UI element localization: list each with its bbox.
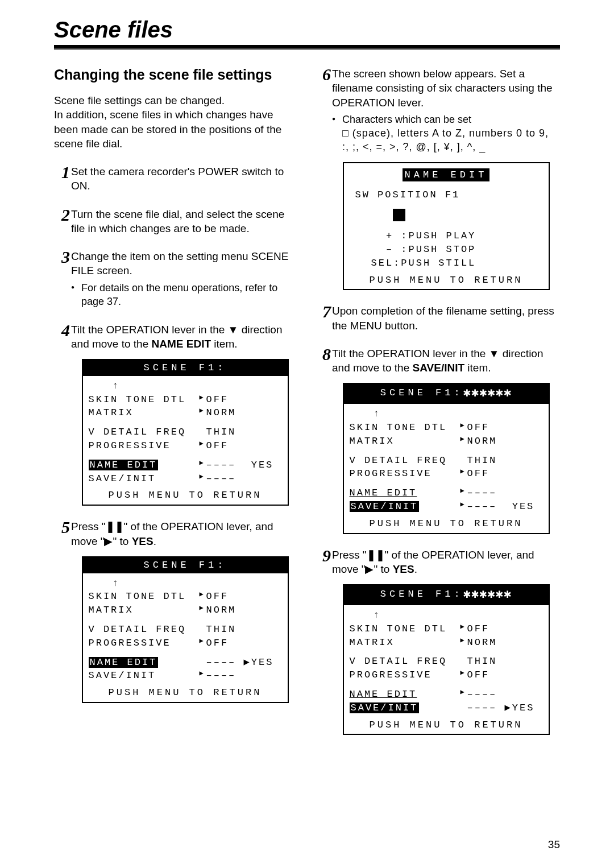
play-icon: ▶ [200, 406, 206, 420]
row-skin-tone: SKIN TONE DTL [350, 421, 460, 435]
step-3-text: Change the item on the setting menu SCEN… [71, 250, 288, 276]
row-progressive: PROGRESSIVE [350, 668, 460, 682]
section-heading: Changing the scene file settings [54, 67, 299, 83]
row-matrix: MATRIX [89, 604, 200, 617]
play-icon: ▶ [460, 467, 467, 481]
step-5-a: Press " [71, 520, 106, 532]
step-7: 7 Upon completion of the filename settin… [315, 304, 560, 333]
step-4: 4 Tilt the OPERATION lever in the ▼ dire… [54, 323, 299, 506]
val-thin: THIN [467, 454, 497, 468]
two-columns: Changing the scene file settings Scene f… [54, 63, 560, 749]
screen-a-header: SCENE F1: [83, 360, 288, 376]
screen-ne-body: NAME EDIT SW POSITION F1 + :PUSH PLAY – … [344, 163, 549, 272]
step-4-text-c: item. [211, 338, 237, 350]
row-skin-tone: SKIN TONE DTL [89, 590, 200, 604]
val-norm: NORM [206, 604, 237, 617]
step-4-text-a: Tilt the OPERATION lever in the [71, 324, 228, 336]
play-icon: ▶ [460, 622, 467, 636]
val-norm: NORM [206, 406, 237, 420]
val-dashes: –––– [467, 688, 497, 701]
play-icon: ▶ [200, 636, 206, 650]
val-thin: THIN [206, 425, 237, 439]
step-4-bold: NAME EDIT [152, 338, 211, 350]
step-3-sub: For details on the menu operations, refe… [71, 282, 299, 309]
step-5: 5 Press "❚❚" of the OPERATION lever, and… [54, 519, 299, 703]
row-progressive: PROGRESSIVE [89, 439, 200, 453]
row-save-init: SAVE/INIT [89, 472, 200, 486]
intro-para: Scene file settings can be changed. In a… [54, 93, 299, 151]
charset-line-1: □ (space), letters A to Z, numbers 0 to … [332, 127, 560, 140]
step-9: 9 Press "❚❚" of the OPERATION lever, and… [315, 548, 560, 735]
screen-a-foot: PUSH MENU TO RETURN [83, 487, 288, 505]
step-num-1: 1 [54, 161, 70, 184]
left-column: Changing the scene file settings Scene f… [54, 63, 299, 749]
row-skin-tone: SKIN TONE DTL [89, 393, 200, 407]
step-6-text: The screen shown below appears. Set a fi… [332, 68, 553, 109]
val-thin: THIN [206, 623, 237, 636]
screen-d-body: ↑ SKIN TONE DTL▶OFF MATRIX▶NORM V DETAIL… [344, 605, 549, 717]
filename-stars: ✱✱✱✱✱✱ [463, 586, 512, 604]
step-1-text: Set the camera recorder's POWER switch t… [71, 166, 284, 192]
val-off2: OFF [467, 668, 490, 682]
step-9-a: Press " [332, 549, 367, 561]
screen-scene-c: SCENE F1:✱✱✱✱✱✱ ↑ SKIN TONE DTL▶OFF MATR… [343, 383, 550, 534]
step-5-yes: YES [132, 535, 154, 547]
step-num-5: 5 [54, 516, 70, 539]
up-arrow-icon: ↑ [113, 577, 282, 590]
val-dashes: –––– [467, 486, 497, 500]
play-icon: ▶ [200, 458, 206, 472]
up-arrow-icon: ↑ [374, 407, 543, 421]
row-save-init: SAVE/INIT [89, 669, 200, 683]
step-8-bold: SAVE/INIT [413, 362, 465, 374]
step-6: 6 The screen shown below appears. Set a … [315, 67, 560, 290]
play-icon: ▶ [200, 590, 206, 604]
row-vdetail: V DETAIL FREQ [350, 454, 460, 468]
play-icon: ▶ [200, 604, 206, 617]
play-icon: ▶ [460, 421, 467, 435]
step-5-c: " to [113, 535, 131, 547]
val-off2: OFF [206, 636, 229, 650]
row-progressive: PROGRESSIVE [350, 467, 460, 481]
step-9-c: " to [374, 563, 392, 575]
charset-line-2: :, ;, <, =, >, ?, @, [, ¥, ], ^, _ [332, 140, 560, 154]
row-name-edit: NAME EDIT [350, 689, 417, 700]
screen-ne-hint-3: SEL:PUSH STILL [371, 257, 543, 270]
step-num-7: 7 [315, 300, 331, 323]
page-title: Scene files [54, 17, 560, 43]
up-arrow-icon: ↑ [113, 379, 282, 393]
screen-d-foot: PUSH MENU TO RETURN [344, 717, 549, 734]
play-icon: ▶ [104, 535, 113, 547]
step-num-9: 9 [315, 544, 331, 567]
row-progressive: PROGRESSIVE [89, 636, 200, 650]
step-num-3: 3 [54, 246, 70, 268]
val-yes: YES [251, 460, 274, 470]
val-dashes2: –––– [206, 472, 237, 486]
val-yes: YES [512, 702, 535, 713]
pause-icon: ❚❚ [106, 520, 124, 532]
val-norm: NORM [467, 435, 497, 448]
step-8-c: item. [464, 362, 491, 374]
val-off: OFF [206, 393, 229, 407]
val-yes: YES [251, 657, 274, 668]
play-icon: ▶ [460, 636, 467, 650]
steps-right: 6 The screen shown below appears. Set a … [315, 67, 560, 735]
step-num-4: 4 [54, 319, 70, 342]
play-icon: ▶ [460, 435, 467, 448]
val-thin: THIN [467, 655, 497, 668]
step-9-d: . [414, 563, 417, 575]
step-8-a: Tilt the OPERATION lever in the [332, 348, 489, 359]
screen-b-body: ↑ SKIN TONE DTL▶OFF MATRIX▶NORM V DETAIL… [83, 573, 288, 685]
step-num-8: 8 [315, 343, 331, 366]
screen-scene-d: SCENE F1:✱✱✱✱✱✱ ↑ SKIN TONE DTL▶OFF MATR… [343, 584, 550, 735]
row-vdetail: V DETAIL FREQ [89, 623, 200, 636]
play-icon: ▶ [200, 439, 206, 453]
up-arrow-icon: ↑ [374, 609, 543, 622]
screen-ne-hint-1: + :PUSH PLAY [371, 229, 543, 243]
screen-ne-foot: PUSH MENU TO RETURN [344, 272, 549, 290]
row-vdetail: V DETAIL FREQ [350, 655, 460, 668]
screen-c-foot: PUSH MENU TO RETURN [344, 516, 549, 533]
row-skin-tone: SKIN TONE DTL [350, 622, 460, 636]
manual-page: Scene files Changing the scene file sett… [0, 0, 614, 868]
screen-ne-hint-2: – :PUSH STOP [371, 243, 543, 257]
pause-icon: ❚❚ [367, 549, 385, 561]
